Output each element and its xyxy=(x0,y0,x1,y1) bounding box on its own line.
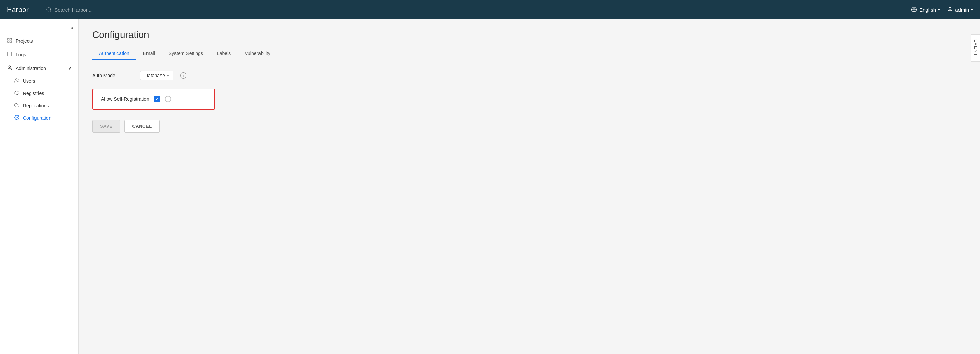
search-bar[interactable]: Search Harbor... xyxy=(46,7,904,13)
sidebar-item-configuration[interactable]: Configuration xyxy=(0,112,78,124)
sidebar-item-logs-label: Logs xyxy=(16,52,26,57)
auth-mode-info-icon[interactable]: i xyxy=(180,72,186,78)
svg-point-16 xyxy=(16,117,18,118)
sidebar-item-users-label: Users xyxy=(23,78,35,84)
svg-point-14 xyxy=(15,78,17,80)
self-registration-label: Allow Self-Registration xyxy=(101,96,149,102)
auth-mode-label: Auth Mode xyxy=(92,73,133,78)
svg-marker-15 xyxy=(15,91,19,95)
search-placeholder: Search Harbor... xyxy=(54,7,92,13)
users-icon xyxy=(14,78,19,84)
user-icon xyxy=(947,6,953,13)
administration-label: Administration xyxy=(16,65,46,71)
replications-icon xyxy=(14,102,19,108)
topnav-right: English ▾ admin ▾ xyxy=(911,6,973,13)
tab-system-settings[interactable]: System Settings xyxy=(162,47,210,61)
auth-mode-value: Database xyxy=(145,73,165,78)
logs-icon xyxy=(7,51,12,58)
tab-labels[interactable]: Labels xyxy=(210,47,238,61)
sidebar-collapse-button[interactable]: « xyxy=(0,22,78,34)
top-nav: Harbor Search Harbor... English ▾ admin … xyxy=(0,0,980,19)
sidebar-item-registries-label: Registries xyxy=(23,91,44,96)
sidebar: « Projects Logs Administration ∨ U xyxy=(0,19,78,354)
projects-icon xyxy=(7,38,12,45)
nav-divider xyxy=(39,5,39,15)
sidebar-item-logs[interactable]: Logs xyxy=(0,48,78,62)
layout: « Projects Logs Administration ∨ U xyxy=(0,19,980,354)
event-tab-label: EVENT xyxy=(973,39,978,56)
registries-icon xyxy=(14,90,19,96)
language-label: English xyxy=(919,7,936,13)
sidebar-item-users[interactable]: Users xyxy=(0,75,78,87)
user-dropdown-icon: ▾ xyxy=(971,8,973,12)
self-registration-box: Allow Self-Registration i xyxy=(92,88,215,110)
language-dropdown-icon: ▾ xyxy=(938,8,940,12)
main-content: Configuration Authentication Email Syste… xyxy=(78,19,980,354)
self-registration-info-icon[interactable]: i xyxy=(165,96,171,102)
configuration-tabs: Authentication Email System Settings Lab… xyxy=(92,47,966,61)
tab-authentication[interactable]: Authentication xyxy=(92,47,136,61)
sidebar-item-registries[interactable]: Registries xyxy=(0,87,78,99)
collapse-icon: « xyxy=(70,25,73,31)
app-logo: Harbor xyxy=(7,6,29,14)
user-label: admin xyxy=(955,7,969,13)
cancel-button[interactable]: CANCEL xyxy=(124,120,159,132)
tab-email[interactable]: Email xyxy=(136,47,162,61)
sidebar-item-projects[interactable]: Projects xyxy=(0,34,78,48)
auth-mode-dropdown-icon: ▾ xyxy=(167,73,169,78)
configuration-icon xyxy=(14,115,19,121)
svg-point-4 xyxy=(949,7,951,9)
sidebar-item-replications-label: Replications xyxy=(23,103,49,108)
administration-icon xyxy=(7,65,12,72)
auth-mode-select[interactable]: Database ▾ xyxy=(140,71,173,80)
svg-point-0 xyxy=(47,8,51,11)
sidebar-item-replications[interactable]: Replications xyxy=(0,99,78,112)
form-actions: SAVE CANCEL xyxy=(92,120,966,132)
auth-mode-row: Auth Mode Database ▾ i xyxy=(92,71,966,80)
search-icon xyxy=(46,7,52,12)
user-menu[interactable]: admin ▾ xyxy=(947,6,973,13)
sidebar-item-configuration-label: Configuration xyxy=(23,115,51,121)
self-registration-checkbox[interactable] xyxy=(154,96,160,102)
svg-line-1 xyxy=(50,11,51,12)
language-selector[interactable]: English ▾ xyxy=(911,6,940,13)
page-title: Configuration xyxy=(92,29,966,40)
globe-icon xyxy=(911,6,917,13)
tab-vulnerability[interactable]: Vulnerability xyxy=(238,47,277,61)
event-tab[interactable]: EVENT xyxy=(971,34,980,62)
save-button[interactable]: SAVE xyxy=(92,120,120,132)
sidebar-administration[interactable]: Administration ∨ xyxy=(0,62,78,75)
svg-rect-7 xyxy=(10,41,12,42)
svg-rect-8 xyxy=(8,41,9,42)
svg-rect-6 xyxy=(10,38,12,40)
svg-point-13 xyxy=(8,65,10,67)
svg-rect-5 xyxy=(8,38,9,40)
administration-arrow: ∨ xyxy=(68,66,72,71)
sidebar-item-projects-label: Projects xyxy=(16,38,33,44)
